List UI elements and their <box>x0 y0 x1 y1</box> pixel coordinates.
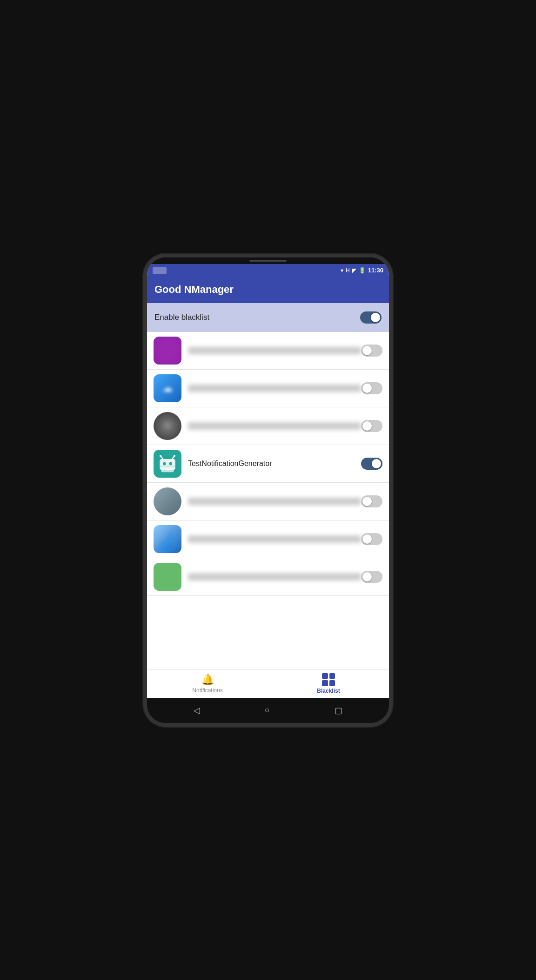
android-nav: ◁ ○ ▢ <box>147 698 389 723</box>
list-item[interactable]: AppNameBlur <box>147 558 389 596</box>
app-toggle[interactable] <box>361 458 382 470</box>
app-bar: Good NManager <box>147 277 389 303</box>
enable-blacklist-label: Enable blacklist <box>154 313 209 322</box>
app-name: AppNameBlur <box>188 385 361 392</box>
enable-blacklist-row[interactable]: Enable blacklist <box>147 303 389 332</box>
screen: ▾ H ◤ 🔋 11:30 Good NManager Enable black… <box>147 264 389 698</box>
status-time: 11:30 <box>368 267 383 274</box>
app-title: Good NManager <box>154 284 382 296</box>
signal-h-icon: H <box>346 267 350 274</box>
app-toggle[interactable] <box>361 382 382 394</box>
app-toggle[interactable] <box>361 571 382 583</box>
app-icon: ☁ <box>154 374 181 402</box>
toggle-thumb <box>362 346 372 355</box>
nav-item-notifications[interactable]: 🔔 Notifications <box>147 669 268 698</box>
app-toggle[interactable] <box>361 420 382 432</box>
app-toggle[interactable] <box>361 345 382 357</box>
status-bar: ▾ H ◤ 🔋 11:30 <box>147 264 389 277</box>
enable-blacklist-toggle[interactable] <box>360 311 382 324</box>
wifi-icon: ▾ <box>341 267 343 274</box>
list-item[interactable]: AppNameBlur <box>147 332 389 370</box>
app-icon <box>154 487 181 515</box>
svg-rect-0 <box>160 459 175 470</box>
list-item[interactable]: TestNotificationGenerator <box>147 445 389 483</box>
phone-frame: ▾ H ◤ 🔋 11:30 Good NManager Enable black… <box>147 257 389 723</box>
recents-button[interactable]: ▢ <box>335 705 342 716</box>
status-right: ▾ H ◤ 🔋 11:30 <box>341 267 383 274</box>
app-name: AppNameBlur <box>188 573 361 581</box>
app-name: AppNameBlur <box>188 535 361 543</box>
svg-rect-7 <box>161 469 174 472</box>
toggle-thumb <box>362 497 372 506</box>
list-item[interactable]: ☁ AppNameBlur <box>147 370 389 407</box>
app-icon <box>154 337 181 365</box>
app-name: AppNameBlur <box>188 422 361 430</box>
app-icon <box>154 525 181 553</box>
nav-label-notifications: Notifications <box>192 687 222 694</box>
app-toggle[interactable] <box>361 495 382 507</box>
battery-icon: 🔋 <box>359 267 366 274</box>
back-button[interactable]: ◁ <box>194 705 200 716</box>
app-icon <box>154 450 181 478</box>
toggle-thumb <box>362 534 372 544</box>
svg-point-6 <box>174 455 175 457</box>
toggle-thumb <box>362 572 372 581</box>
app-icon: ⚙ <box>154 412 181 440</box>
bottom-nav: 🔔 Notifications Blacklist <box>147 669 389 698</box>
phone-notch <box>147 257 389 264</box>
svg-point-2 <box>169 462 172 465</box>
signal-bar-icon: ◤ <box>352 267 356 274</box>
notch-bar <box>249 260 287 262</box>
toggle-thumb <box>362 421 372 431</box>
app-name: TestNotificationGenerator <box>188 460 361 468</box>
app-name: AppNameBlur <box>188 498 361 505</box>
svg-point-1 <box>163 462 166 465</box>
app-name: AppNameBlur <box>188 347 361 354</box>
list-item[interactable]: ⚙ AppNameBlur <box>147 407 389 445</box>
svg-point-4 <box>160 455 161 457</box>
app-toggle[interactable] <box>361 533 382 545</box>
app-list: AppNameBlur ☁ AppNameBlur <box>147 332 389 669</box>
app-icon <box>154 563 181 591</box>
home-button[interactable]: ○ <box>265 705 270 715</box>
blacklist-grid-icon <box>322 673 335 686</box>
toggle-thumb <box>362 384 372 393</box>
list-item[interactable]: AppNameBlur <box>147 520 389 558</box>
nav-item-blacklist[interactable]: Blacklist <box>268 669 389 698</box>
list-item[interactable]: AppNameBlur <box>147 483 389 520</box>
status-left-indicator <box>153 267 167 274</box>
toggle-thumb <box>372 459 381 468</box>
nav-label-blacklist: Blacklist <box>317 688 340 694</box>
toggle-thumb <box>371 313 380 322</box>
bell-icon: 🔔 <box>201 674 214 686</box>
